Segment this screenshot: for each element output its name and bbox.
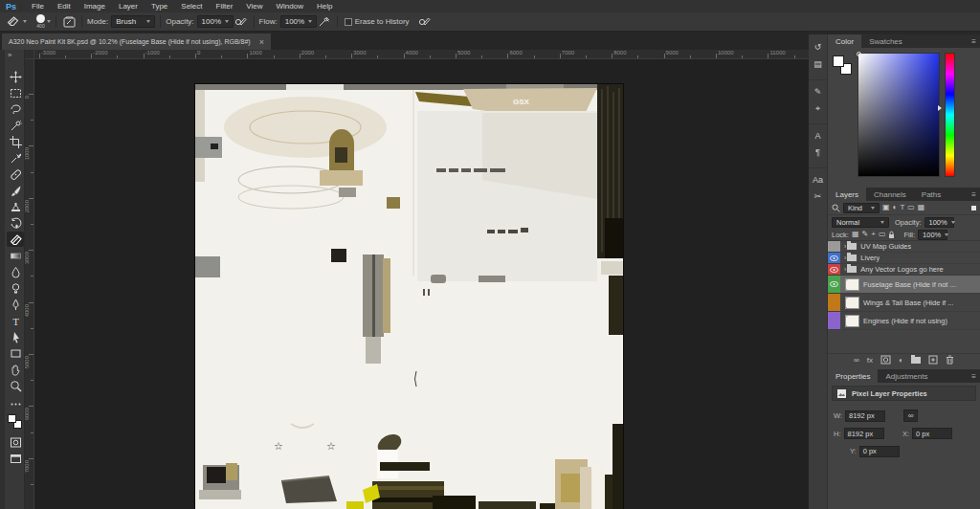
layer-name[interactable]: Engines (Hide if not using) [863,317,947,325]
measurement-log-panel-icon[interactable]: ✂ [809,188,827,205]
layer-row-engines-hide-if-not-using[interactable]: › Engines (Hide if not using) [828,312,980,330]
layer-thumbnail[interactable] [845,278,859,291]
mode-select[interactable]: Brush [111,15,155,28]
fill-select[interactable]: 100% [918,230,947,240]
layer-visibility-chip[interactable] [828,276,840,293]
glyphs-panel-icon[interactable]: Aa [809,167,827,188]
layer-opacity-select[interactable]: 100% [924,217,954,228]
path-selection-tool[interactable] [7,329,24,344]
filter-pixel-layers-icon[interactable]: ▣ [882,204,890,211]
document-tab[interactable]: A320 Neo Paint Kit 8K.psd @ 10.2% (Fusel… [2,33,271,50]
link-dimensions-icon[interactable]: ∞ [903,409,918,422]
filter-type-layers-icon[interactable]: T [900,204,904,211]
layer-row-any-vector-logos-go-here[interactable]: › Any Vector Logos go here [828,264,980,276]
lock-position-icon[interactable]: + [871,231,876,238]
dodge-tool[interactable] [7,280,24,296]
y-field[interactable]: 0 px [859,446,900,457]
airbrush-icon[interactable] [317,14,332,29]
clone-source-panel-icon[interactable]: ⌖ [809,100,827,117]
rectangular-marquee-tool[interactable] [7,85,24,100]
edit-toolbar-icon[interactable] [7,396,24,411]
lock-all-icon[interactable] [888,231,895,239]
foreground-background-swatches[interactable] [7,413,24,431]
filter-adjustment-layers-icon[interactable]: ◐ [893,204,898,211]
layer-row-uv-map-guides[interactable]: › UV Map Guides [828,241,980,253]
layer-name[interactable]: Wings & Tail Base (Hide if ... [863,299,953,307]
menu-view[interactable]: View [239,2,269,11]
brush-preset-button[interactable]: 400 [36,14,45,29]
menu-help[interactable]: Help [310,2,339,11]
hand-tool[interactable] [7,362,24,377]
screen-mode-button[interactable] [7,451,24,466]
hue-slider-marker[interactable] [938,105,942,111]
blur-tool[interactable] [7,264,24,279]
layer-effects-icon[interactable]: fx [867,356,873,365]
pressure-opacity-icon[interactable] [234,14,249,29]
layer-visibility-chip[interactable] [828,312,840,329]
filter-switch[interactable] [971,206,976,210]
tab-properties[interactable]: Properties [828,369,878,383]
panel-menu-icon[interactable]: ≡ [968,34,980,48]
filter-smart-objects-icon[interactable]: ▦ [918,204,925,211]
history-panel-icon[interactable]: ↺ [809,38,827,55]
tab-color[interactable]: Color [828,34,861,48]
tool-preset-picker[interactable] [5,14,27,29]
tab-swatches[interactable]: Swatches [861,34,910,48]
crop-tool[interactable] [7,134,24,149]
canvas[interactable]: ☆ ☆ GSX [195,84,623,509]
layer-name[interactable]: UV Map Guides [860,242,911,251]
tab-layers[interactable]: Layers [828,188,866,201]
x-field[interactable]: 0 px [912,428,952,439]
brush-pressure-icon[interactable] [417,14,433,29]
menu-image[interactable]: Image [78,2,112,11]
flow-select[interactable]: 100% [280,15,317,28]
erase-to-history-checkbox[interactable] [345,18,352,26]
width-field[interactable]: 8192 px [845,410,885,422]
history-brush-tool[interactable] [7,215,24,231]
new-group-icon[interactable] [911,357,921,364]
quick-selection-tool[interactable] [7,118,24,133]
panel-menu-icon[interactable]: ≡ [968,188,980,201]
tab-adjustments[interactable]: Adjustments [878,369,935,383]
paragraph-panel-icon[interactable]: ¶ [809,144,827,161]
brush-settings-panel-icon[interactable]: ✎ [809,79,827,100]
menu-type[interactable]: Type [145,2,174,11]
panel-menu-icon[interactable]: ≡ [968,369,980,383]
collapse-toolbar-icon[interactable]: » [8,51,11,59]
brush-tool[interactable] [7,183,24,198]
clone-stamp-tool[interactable] [7,199,24,214]
quick-mask-button[interactable] [7,434,24,450]
filter-shape-layers-icon[interactable]: ▭ [907,204,915,211]
foreground-color-swatch[interactable] [8,414,16,423]
expand-arrow-icon[interactable]: › [844,266,846,273]
add-layer-mask-icon[interactable] [880,355,891,365]
color-field[interactable] [858,53,940,177]
expand-arrow-icon[interactable]: › [844,254,846,261]
delete-layer-icon[interactable] [946,355,954,365]
layer-name[interactable]: Fuselage Base (Hide if not ... [863,280,956,289]
eraser-tool[interactable] [7,232,24,247]
layer-row-wings-tail-base-hide-if[interactable]: › Wings & Tail Base (Hide if ... [828,294,980,312]
tab-channels[interactable]: Channels [866,188,914,201]
ruler-origin-corner[interactable] [25,50,34,59]
ruler-left[interactable]: 01000200030004000500060007000 [25,59,34,509]
type-tool[interactable]: T [7,313,24,328]
chevron-down-icon[interactable] [47,20,51,23]
move-tool[interactable] [7,69,24,84]
blend-mode-select[interactable]: Normal [832,217,889,228]
eyedropper-tool[interactable] [7,150,24,166]
layer-name[interactable]: Livery [860,254,880,262]
menu-window[interactable]: Window [270,2,310,11]
menu-filter[interactable]: Filter [210,2,240,11]
lock-artboard-icon[interactable]: ▭ [879,231,886,238]
layer-row-livery[interactable]: › Livery [828,253,980,264]
layer-visibility-chip[interactable] [828,264,840,275]
menu-edit[interactable]: Edit [51,2,78,11]
ruler-top[interactable]: -3000-2000-10000100020003000400050006000… [25,50,809,59]
toggle-brush-panel-icon[interactable] [61,14,77,29]
pen-tool[interactable] [7,297,24,312]
filter-kind-select[interactable]: Kind [843,203,880,213]
layer-visibility-chip[interactable] [828,253,840,263]
spot-healing-brush-tool[interactable] [7,166,24,182]
layer-thumbnail[interactable] [845,315,859,327]
